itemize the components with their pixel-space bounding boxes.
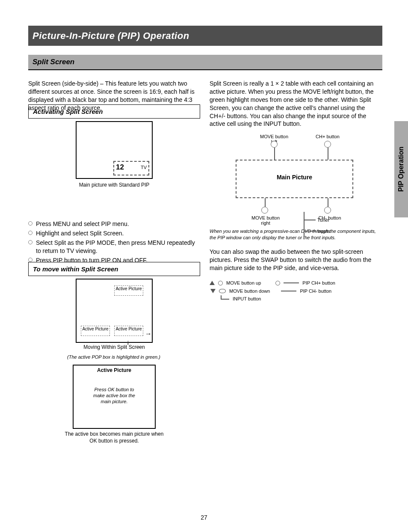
tv-illustration-move: Active Picture Active Picture Active Pic…	[76, 279, 153, 343]
active-slot-c: Active Picture	[114, 326, 143, 336]
big-tv-line1: Press OK button to	[74, 387, 155, 393]
pip-channel-number: 12	[116, 163, 124, 172]
active-picture-tag: Active Picture	[74, 367, 155, 374]
connector-line	[328, 148, 328, 160]
big-tv-line2: make active box the	[74, 393, 155, 399]
swap-paragraph: You can also swap the audio between the …	[210, 248, 381, 272]
page-number: 27	[0, 514, 408, 522]
pip-inset: 12 TV	[113, 161, 149, 175]
connector-line	[265, 198, 266, 207]
step-1: Press MENU and select PIP menu.	[36, 220, 129, 228]
pip-source-label: TV	[141, 164, 147, 171]
big-tv-caption: The active box becomes main picture when…	[63, 431, 166, 444]
tv-illustration-fullscreen: Active Picture Press OK button to make a…	[73, 365, 156, 429]
steps-list: Press MENU and select PIP menu. Highligh…	[28, 220, 200, 264]
step-3: Select Split as the PIP MODE, then press…	[36, 239, 200, 255]
tv-illustration-standard-pip: 12 TV	[76, 121, 153, 179]
arrow-right-icon: →	[145, 329, 152, 339]
circle-icon	[261, 207, 268, 214]
radio-dot-icon	[28, 221, 33, 226]
title-belt: Picture-In-Picture (PIP) Operation	[28, 26, 382, 46]
radio-dot-icon	[28, 240, 33, 244]
radio-dot-icon	[28, 231, 33, 235]
diag-label-top-right: CH+ button	[315, 134, 340, 139]
circle-icon	[271, 141, 278, 148]
dash-icon	[284, 282, 299, 283]
circle-icon	[324, 141, 331, 148]
button-legend: MOVE button up PIP CH+ button MOVE butto…	[210, 280, 381, 303]
diag-tree-1: Tuner	[317, 217, 329, 223]
split-screen-diagram: MOVE button left CH+ button Main Picture…	[225, 134, 366, 220]
legend-3: INPUT button	[233, 296, 261, 302]
oval-icon	[219, 289, 226, 293]
radio-dot-icon	[28, 258, 33, 262]
connector-line	[328, 198, 328, 207]
legend-1a: MOVE button up	[226, 280, 261, 286]
big-tv-line3: main picture.	[74, 399, 155, 405]
right-column-paragraph: Split Screen is really a 1 × 2 table wit…	[210, 80, 381, 128]
diag-tree-2: Inputs	[317, 228, 330, 235]
dash-icon	[281, 291, 296, 291]
down-triangle-icon	[210, 289, 216, 293]
step-2: Highlight and select Split Screen.	[36, 229, 124, 238]
ring-icon	[218, 281, 223, 285]
sub-belt: Split Screen	[28, 55, 382, 70]
move-heading: To move within Split Screen	[28, 262, 200, 276]
tv-caption-1: Main picture with Standard PIP	[28, 181, 200, 188]
ring-icon	[275, 281, 280, 285]
connector-line	[274, 148, 275, 160]
activating-heading: Activating Split Screen	[28, 104, 200, 119]
diag-label-bot-left: MOVE button right	[251, 215, 281, 226]
legend-2a: MOVE button down	[229, 288, 270, 294]
move-caption: Moving Within Split Screen	[67, 344, 161, 351]
up-triangle-icon	[210, 281, 215, 285]
move-warning: (The active POP box is highlighted in gr…	[67, 354, 161, 360]
side-tab: PIP Operation	[394, 121, 408, 217]
active-slot-b: Active Picture	[81, 326, 110, 336]
progressive-scan-note: When you are watching a progressive-scan…	[210, 228, 381, 241]
diag-main-label: Main Picture	[236, 173, 353, 181]
legend-2b: PIP CH- button	[300, 288, 331, 294]
active-slot-a: Active Picture	[114, 285, 143, 296]
arrow-down-icon: ↓	[126, 338, 130, 347]
elbow-icon	[221, 295, 229, 300]
legend-1b: PIP CH+ button	[302, 280, 335, 286]
circle-icon	[324, 207, 331, 214]
